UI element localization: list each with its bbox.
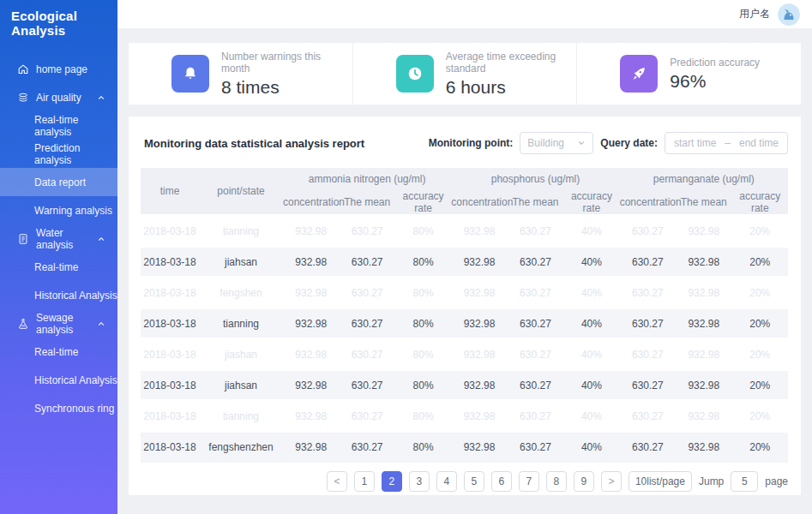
sidebar-item-label: Data report (34, 176, 86, 188)
monitoring-point-select[interactable]: Building (520, 132, 593, 154)
table-cell: jiashan (199, 339, 283, 370)
table-cell: 932.98 (451, 216, 507, 247)
sidebar-item-historical-analysis[interactable]: Historical Analysis (0, 366, 117, 394)
table-cell: 630.27 (339, 278, 394, 308)
table-cell: 630.27 (620, 308, 676, 339)
subcol-accuracy-rate: accuracy rate (395, 190, 451, 216)
sidebar-item-data-report[interactable]: Data report (0, 168, 117, 196)
sidebar-item-label: home page (36, 63, 87, 75)
stats-panel: Number warnings this month 8 times Avera… (129, 43, 801, 105)
monitoring-point-value: Building (527, 137, 577, 149)
stat-label: Prediction accuracy (670, 57, 760, 69)
subcol-concentration: concentration (451, 190, 507, 216)
table-cell: 40% (563, 278, 619, 308)
page-button-2[interactable]: 2 (382, 471, 402, 492)
sidebar-menu: home pageAir qualityReal-time analysisPr… (0, 55, 117, 422)
table-cell: 630.27 (339, 432, 394, 463)
table-cell: 932.98 (283, 247, 339, 278)
sidebar-item-label: Sewage analysis (36, 312, 97, 336)
next-page-button[interactable]: > (601, 471, 622, 492)
table-cell: 80% (395, 339, 451, 370)
prev-page-button[interactable]: < (327, 471, 347, 492)
sidebar-item-real-time-analysis[interactable]: Real-time analysis (0, 111, 117, 140)
sidebar-item-prediction-analysis[interactable]: Prediction analysis (0, 140, 117, 168)
sidebar-item-historical-analysis[interactable]: Historical Analysis (0, 281, 117, 309)
table-cell: 630.27 (508, 278, 563, 308)
table-cell: 20% (732, 247, 789, 278)
table-cell: 20% (732, 370, 789, 401)
table-cell: 932.98 (451, 339, 507, 370)
table-row: 2018-03-18fengshen932.98630.2780%932.986… (141, 278, 788, 308)
group-permanganate: permanganate (ug/ml) (620, 168, 788, 190)
sidebar-item-real-time[interactable]: Real-time (0, 253, 117, 281)
date-range-input[interactable]: start time – end time (665, 132, 788, 154)
table-cell: 630.27 (620, 278, 676, 308)
table-cell: 40% (563, 308, 619, 339)
table-cell: 630.27 (508, 216, 563, 247)
table-cell: 932.98 (676, 401, 731, 432)
page-button-3[interactable]: 3 (409, 471, 430, 492)
table-cell: 630.27 (620, 432, 676, 463)
subcol-accuracy-rate: accuracy rate (563, 190, 619, 216)
end-time-placeholder: end time (739, 137, 779, 149)
table-row: 2018-03-18tianning932.98630.2780%932.986… (141, 216, 788, 247)
jump-page-input[interactable] (731, 471, 758, 492)
sidebar-item-real-time[interactable]: Real-time (0, 338, 117, 366)
table-cell: 40% (563, 370, 619, 401)
table-cell: 2018-03-18 (141, 278, 199, 308)
monitoring-point-label: Monitoring point: (429, 137, 514, 149)
document-icon (17, 233, 29, 245)
table-cell: 932.98 (283, 432, 339, 463)
table-cell: tianning (199, 308, 283, 339)
page-button-5[interactable]: 5 (464, 471, 484, 492)
table-cell: 630.27 (620, 370, 676, 401)
table-header: time point/state ammonia nitrogen (ug/ml… (141, 168, 788, 216)
table-cell: 2018-03-18 (141, 432, 199, 463)
range-separator: – (725, 137, 731, 149)
stat-value: 8 times (221, 77, 352, 98)
stat-exceeding-time: Average time exceeding standard 6 hours (352, 43, 577, 105)
table-cell: 932.98 (676, 247, 731, 278)
table-cell: jiahsan (199, 247, 283, 278)
page-size-select[interactable]: 10list/page (629, 471, 692, 492)
table-cell: 80% (395, 216, 451, 247)
sidebar-item-label: Real-time (34, 261, 78, 273)
page-button-7[interactable]: 7 (519, 471, 539, 492)
sidebar-item-label: Prediction analysis (34, 142, 117, 166)
sidebar-item-air-quality[interactable]: Air quality (0, 83, 117, 111)
start-time-placeholder: start time (674, 137, 716, 149)
table-cell: fengshen (199, 278, 283, 308)
subcol-concentration: concentration (620, 190, 676, 216)
page-button-4[interactable]: 4 (436, 471, 457, 492)
table-cell: 2018-03-18 (141, 308, 199, 339)
page-button-9[interactable]: 9 (574, 471, 594, 492)
table-cell: 630.27 (508, 247, 563, 278)
table-cell: 20% (732, 432, 789, 463)
page-button-6[interactable]: 6 (491, 471, 512, 492)
table-cell: 932.98 (676, 339, 731, 370)
clock-icon (396, 55, 434, 93)
table-cell: 932.98 (451, 401, 507, 432)
table-cell: 630.27 (620, 247, 676, 278)
page-button-1[interactable]: 1 (354, 471, 375, 492)
sidebar-item-sewage-analysis[interactable]: Sewage analysis (0, 309, 117, 338)
table-cell: 630.27 (508, 401, 563, 432)
sidebar-item-water-analysis[interactable]: Water analysis (0, 224, 117, 253)
sidebar-item-synchronous-ring[interactable]: Synchronous ring (0, 394, 117, 422)
table-cell: 80% (395, 308, 451, 339)
report-header: Monitoring data statistical analysis rep… (129, 117, 801, 154)
sidebar-item-warning-analysis[interactable]: Warning analysis (0, 196, 117, 224)
sidebar-item-home-page[interactable]: home page (0, 55, 117, 83)
table-cell: 630.27 (339, 216, 394, 247)
chevron-up-icon (97, 320, 105, 328)
table-cell: 932.98 (451, 278, 507, 308)
table-cell: 932.98 (676, 216, 731, 247)
table-cell: 2018-03-18 (141, 401, 199, 432)
table-cell: 20% (732, 339, 789, 370)
table-cell: 20% (732, 401, 789, 432)
user-avatar[interactable] (778, 3, 800, 26)
group-phosphorus: phosphorus (ug/ml) (451, 168, 619, 190)
page-button-8[interactable]: 8 (546, 471, 567, 492)
layers-icon (17, 92, 29, 104)
table-cell: 80% (395, 370, 451, 401)
